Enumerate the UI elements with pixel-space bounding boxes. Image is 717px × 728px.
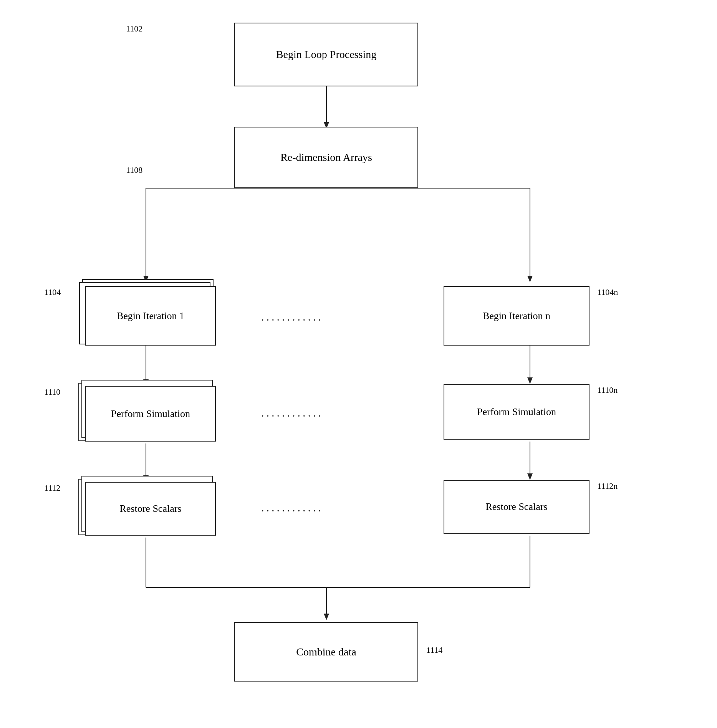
combine-data-ref: 1114 (426, 645, 442, 655)
diagram-container: Begin Loop Processing 1102 Re-dimension … (0, 0, 717, 728)
dots-row-1: ............ (261, 310, 323, 323)
begin-iter-n-label: Begin Iteration n (483, 310, 550, 322)
svg-marker-9 (143, 379, 149, 386)
restore-scalars-1-ref: 1112 (44, 483, 60, 493)
restore-scalars-1-box: Restore Scalars (85, 482, 216, 536)
perform-sim-n-ref: 1110n (597, 385, 618, 395)
perform-sim-1-box: Perform Simulation (85, 386, 216, 442)
svg-marker-15 (527, 473, 533, 480)
redimension-label: Re-dimension Arrays (280, 151, 372, 164)
perform-sim-n-label: Perform Simulation (477, 406, 556, 418)
svg-marker-5 (143, 276, 149, 282)
redimension-box: Re-dimension Arrays (234, 127, 418, 188)
perform-sim-1-ref: 1110 (44, 387, 60, 397)
dots-row-3: ............ (261, 501, 323, 514)
begin-iter-n-box: Begin Iteration n (444, 286, 589, 346)
connector-lines (0, 0, 717, 728)
begin-loop-box: Begin Loop Processing (234, 23, 418, 86)
begin-loop-label: Begin Loop Processing (276, 48, 376, 61)
perform-sim-n-box: Perform Simulation (444, 384, 589, 440)
svg-marker-7 (527, 276, 533, 282)
dots-row-2: ............ (261, 406, 323, 419)
begin-iter-1-label: Begin Iteration 1 (117, 310, 184, 322)
svg-marker-11 (527, 377, 533, 384)
begin-iter-1-ref: 1104 (44, 287, 61, 297)
combine-data-box: Combine data (234, 622, 418, 682)
begin-iter-n-ref: 1104n (597, 287, 618, 297)
begin-loop-ref: 1102 (126, 24, 142, 34)
restore-scalars-n-box: Restore Scalars (444, 480, 589, 534)
perform-sim-1-label: Perform Simulation (111, 408, 190, 420)
svg-marker-13 (143, 475, 149, 482)
redimension-ref: 1108 (126, 165, 142, 175)
combine-data-label: Combine data (296, 646, 356, 658)
svg-marker-20 (324, 614, 329, 620)
restore-scalars-1-label: Restore Scalars (119, 503, 181, 515)
begin-iter-1-box: Begin Iteration 1 (85, 286, 216, 346)
restore-scalars-n-label: Restore Scalars (485, 501, 547, 513)
restore-scalars-n-ref: 1112n (597, 481, 618, 491)
